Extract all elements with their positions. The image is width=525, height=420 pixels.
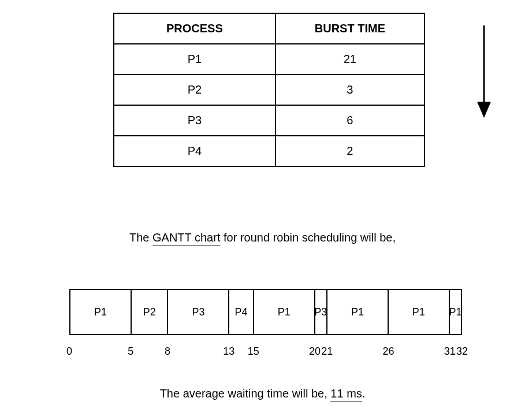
gantt-caption: The GANTT chart for round robin scheduli… [0,231,525,244]
caption-text: . [362,387,366,400]
caption-text: The average waiting time will be, [160,387,331,400]
gantt-segment: P4 [229,289,254,335]
table-row: P3 6 [114,105,425,136]
cell-process: P4 [114,136,275,166]
cell-burst: 21 [275,44,425,75]
gantt-tick: 20 [309,345,321,358]
gantt-tick: 21 [321,345,333,358]
gantt-tick: 0 [66,345,72,358]
cell-process: P3 [114,105,275,136]
cell-process: P1 [114,44,275,75]
gantt-tick: 8 [165,345,170,358]
cell-burst: 6 [275,105,425,136]
gantt-segment: P2 [132,289,169,335]
gantt-tick: 26 [382,345,394,358]
svg-marker-1 [477,102,491,118]
gantt-segment: P1 [254,289,315,335]
table-row: P1 21 [114,44,425,75]
caption-text: The [129,231,152,244]
arrow-down-icon [475,25,493,118]
gantt-tick: 5 [128,345,133,358]
table-header-process: PROCESS [114,13,275,44]
avg-wait-caption: The average waiting time will be, 11 ms. [0,387,525,400]
cell-process: P2 [114,75,275,105]
process-table: PROCESS BURST TIME P1 21 P2 3 P3 6 P4 2 [113,13,425,167]
gantt-row: P1P2P3P4P1P3P1P1P1 [69,289,462,335]
caption-underlined: GANTT chart [152,231,220,246]
gantt-segment: P1 [389,289,450,335]
gantt-segment: P1 [327,289,389,335]
gantt-chart: P1P2P3P4P1P3P1P1P1 05813152021263132 [69,289,462,363]
gantt-tick: 32 [456,345,468,358]
gantt-tick: 13 [223,345,234,358]
table-row: P4 2 [114,136,425,166]
gantt-tick: 15 [248,345,259,358]
gantt-tick-row: 05813152021263132 [69,345,462,363]
gantt-segment: P1 [450,289,462,335]
gantt-segment: P3 [168,289,229,335]
cell-burst: 3 [275,75,425,105]
table-row: P2 3 [114,75,425,105]
cell-burst: 2 [275,136,425,166]
gantt-tick: 31 [444,345,456,358]
caption-underlined: 11 ms [330,387,362,402]
gantt-segment: P1 [70,289,132,335]
gantt-segment: P3 [315,289,327,335]
caption-text: for round robin scheduling will be, [220,231,396,244]
table-header-burst: BURST TIME [275,13,425,44]
